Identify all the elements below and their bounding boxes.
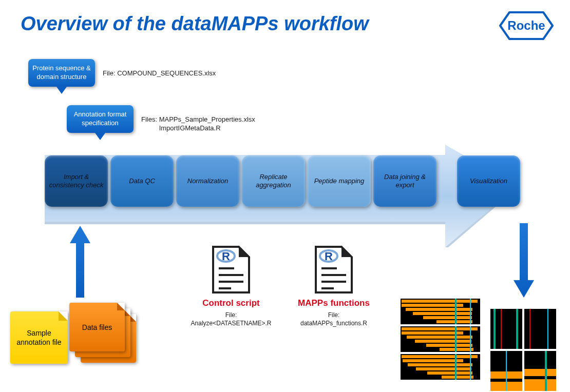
step-data-joining: Data joining & export [373,155,436,207]
control-script-file: File: Analyze<DATASETNAME>.R [185,311,277,327]
step-normalization: Normalization [176,155,239,207]
arrow-up-icon [70,226,90,298]
r-file-icon: R [313,245,354,294]
sample-annotation-file: Sample annotation file [10,311,68,364]
mapps-functions-file: File: dataMAPPs_functions.R [288,311,380,327]
r-file-icon: R [211,245,252,294]
svg-marker-15 [341,247,352,257]
step-peptide-mapping: Peptide mapping [308,155,371,207]
input-annotation-format: Annotation format specification [67,105,134,133]
step-import: Import & consistency check [45,155,108,207]
svg-text:R: R [222,250,230,263]
viz-heatmap-1 [401,299,480,324]
step-replicate-agg: Replicate aggregation [242,155,305,207]
step-data-qc: Data QC [110,155,174,207]
step-visualization: Visualization [457,155,520,207]
file-label-annotation: Files: MAPPs_Sample_Properties.xlsx File… [141,115,255,133]
viz-heatmap-2 [401,326,480,352]
viz-heatmap-3 [401,354,480,380]
mapps-functions-title: MAPPs functions [288,298,380,308]
viz-bar-4 [524,351,556,391]
control-script-title: Control script [185,298,277,308]
roche-logo: Roche [498,10,555,41]
data-files: Data files [69,303,136,364]
input-protein-sequence: Protein sequence & domain structure [28,59,95,87]
workflow-steps: Import & consistency check Data QC Norma… [45,155,520,207]
svg-marker-4 [70,226,90,298]
viz-bar-3 [490,351,522,391]
svg-text:Roche: Roche [507,18,545,32]
control-script-block: R Control script File: Analyze<DATASETNA… [185,245,277,328]
svg-text:R: R [325,250,333,263]
svg-marker-7 [239,247,249,257]
mapps-functions-block: R MAPPs functions File: dataMAPPs_functi… [288,245,380,328]
arrow-down-icon [514,223,534,298]
svg-marker-5 [514,223,534,298]
viz-bar-1 [490,309,522,349]
file-label-protein: File: COMPOUND_SEQUENCES.xlsx [103,69,216,78]
page-title: Overview of the dataMAPPs workflow [21,13,369,35]
viz-bar-2 [524,309,556,349]
visualization-thumbnails [401,299,556,391]
